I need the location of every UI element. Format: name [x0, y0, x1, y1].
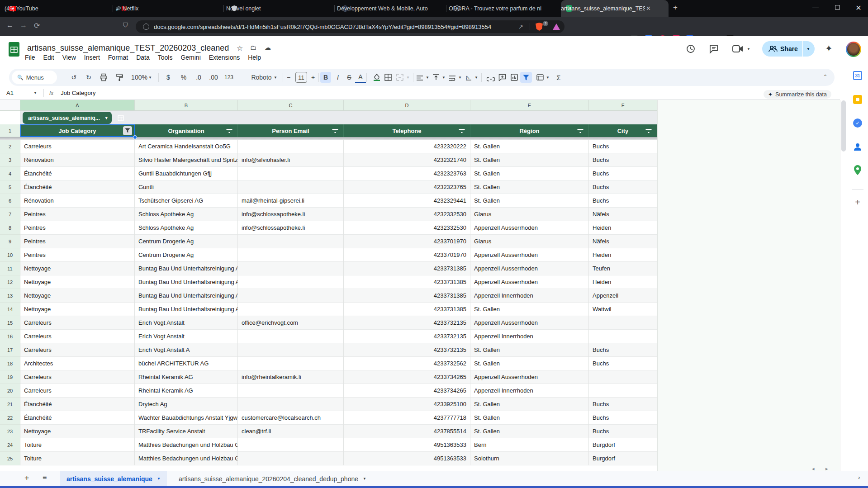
- cell[interactable]: Nettoyage: [20, 262, 135, 275]
- cell[interactable]: Buchs: [589, 343, 657, 357]
- cell[interactable]: [238, 357, 344, 370]
- cell[interactable]: Appenzell Ausserrhoden: [470, 316, 589, 330]
- vertical-scrollbar-thumb[interactable]: [841, 100, 846, 152]
- add-sheet-button[interactable]: +: [24, 474, 29, 483]
- browser-tab[interactable]: ODORA - Trouvez votre parfum de ni: [449, 0, 559, 17]
- cell[interactable]: Solothurn: [470, 452, 589, 465]
- row-number[interactable]: 12: [0, 275, 20, 289]
- merge-caret[interactable]: ▼: [406, 76, 410, 80]
- horizontal-align-caret[interactable]: ▼: [426, 76, 429, 80]
- cell[interactable]: Buchs: [589, 357, 657, 370]
- tasks-icon[interactable]: ✓: [852, 118, 863, 128]
- grid-corner[interactable]: [0, 100, 20, 111]
- cell[interactable]: St. Gallen: [470, 343, 589, 357]
- cell[interactable]: Appenzell Innerrhoden: [470, 384, 589, 398]
- cell[interactable]: Buntag Bau Und Unterhaltsreinigung Ag: [135, 289, 238, 303]
- row-number[interactable]: 15: [0, 316, 20, 330]
- cell[interactable]: Buchs: [589, 167, 657, 180]
- cell[interactable]: Wachter Bauabdichtungs Anstalt Yjgw: [135, 411, 238, 425]
- text-rotation-caret[interactable]: ▼: [474, 76, 478, 80]
- row-number[interactable]: 10: [0, 248, 20, 262]
- cell[interactable]: [589, 370, 657, 384]
- cell[interactable]: Erich Vogt Anstalt: [135, 316, 238, 330]
- column-filter-icon[interactable]: [226, 129, 232, 133]
- menu-help[interactable]: Help: [244, 54, 265, 61]
- window-minimize-button[interactable]: —: [809, 4, 822, 11]
- cell[interactable]: mail@rheintal-gipserei.li: [238, 194, 344, 208]
- brave-vpn-icon[interactable]: [553, 24, 560, 30]
- video-call-caret[interactable]: ▼: [747, 47, 750, 51]
- cell[interactable]: Heiden: [589, 221, 657, 235]
- row-number[interactable]: 19: [0, 370, 20, 384]
- cell[interactable]: Schloss Apotheke Ag: [135, 208, 238, 221]
- cell[interactable]: Rénovation: [20, 194, 135, 208]
- cell[interactable]: Bern: [470, 438, 589, 452]
- zoom-caret[interactable]: ▼: [148, 76, 152, 80]
- hscroll-left-icon[interactable]: ◂: [812, 466, 815, 472]
- cell[interactable]: Appenzell Ausserrhoden: [470, 370, 589, 384]
- menu-extensions[interactable]: Extensions: [205, 54, 244, 61]
- menu-tools[interactable]: Tools: [154, 54, 177, 61]
- row-number-1[interactable]: 1: [0, 124, 20, 137]
- cell[interactable]: Peintres: [20, 248, 135, 262]
- menu-view[interactable]: View: [58, 54, 80, 61]
- cell[interactable]: info@silviohasler.li: [238, 153, 344, 167]
- vertical-align-caret[interactable]: ▼: [442, 76, 446, 80]
- cell[interactable]: Étanchéité: [20, 398, 135, 411]
- menu-file[interactable]: File: [21, 54, 39, 61]
- cell[interactable]: [238, 140, 344, 153]
- cell[interactable]: 4951363533: [344, 438, 470, 452]
- cell[interactable]: Buntag Bau Und Unterhaltsreinigung Ag: [135, 303, 238, 316]
- filter-header-2[interactable]: Organisation: [135, 124, 238, 137]
- row-number[interactable]: 7: [0, 208, 20, 221]
- browser-tab[interactable]: N🔊Netflix: [115, 0, 223, 17]
- cell[interactable]: Centrum Drogerie Ag: [135, 248, 238, 262]
- cell[interactable]: Toiture: [20, 438, 135, 452]
- cell[interactable]: Burgdorf: [589, 452, 657, 465]
- cell[interactable]: Carreleurs: [20, 343, 135, 357]
- cloud-status-icon[interactable]: ☁: [265, 44, 271, 51]
- cell[interactable]: 4233732135: [344, 330, 470, 343]
- cell[interactable]: [589, 330, 657, 343]
- cell[interactable]: Schloss Apotheke Ag: [135, 221, 238, 235]
- add-addon-icon[interactable]: +: [852, 197, 863, 208]
- undo-icon[interactable]: ↺: [68, 69, 79, 86]
- row-number[interactable]: 24: [0, 438, 20, 452]
- cell[interactable]: 4233731385: [344, 289, 470, 303]
- cell[interactable]: St. Gallen: [470, 140, 589, 153]
- sheet-tab-active[interactable]: artisans_suisse_alemanique▼: [60, 471, 167, 486]
- cell[interactable]: Art Ceramica Handelsanstalt Oo5G: [135, 140, 238, 153]
- filter-header-3[interactable]: Person Email: [238, 124, 344, 137]
- active-sheet-caret[interactable]: ▼: [157, 477, 161, 481]
- cell[interactable]: customercare@localsearch.ch: [238, 411, 344, 425]
- bookmark-icon[interactable]: ⛉: [123, 21, 128, 29]
- bold-button[interactable]: B: [320, 72, 331, 83]
- cell[interactable]: Carreleurs: [20, 316, 135, 330]
- text-color-button[interactable]: A: [355, 71, 366, 83]
- filter-header-5[interactable]: Région: [470, 124, 589, 137]
- cell[interactable]: Buchs: [589, 153, 657, 167]
- row-number[interactable]: 21: [0, 398, 20, 411]
- cell[interactable]: Heiden: [589, 248, 657, 262]
- share-caret[interactable]: ▼: [806, 47, 810, 51]
- cell[interactable]: Appenzell Ausserrhoden: [470, 262, 589, 275]
- browser-tab[interactable]: Nouvel onglet: [226, 0, 334, 17]
- row-number[interactable]: 3: [0, 153, 20, 167]
- cell[interactable]: 4232320222: [344, 140, 470, 153]
- summarize-button[interactable]: ✦Summarize this data: [764, 90, 831, 99]
- redo-icon[interactable]: ↻: [83, 69, 94, 86]
- cell[interactable]: TRFacility Service Anstalt: [135, 425, 238, 438]
- forward-button[interactable]: →: [20, 21, 27, 29]
- column-filter-icon[interactable]: [459, 129, 465, 133]
- cell[interactable]: [589, 316, 657, 330]
- cell[interactable]: Buchs: [589, 411, 657, 425]
- cell[interactable]: [238, 438, 344, 452]
- cell[interactable]: 4233731385: [344, 262, 470, 275]
- cell[interactable]: Matthies Bedachungen und Holzbau GmbH: [135, 438, 238, 452]
- calendar-icon[interactable]: 31: [852, 70, 863, 81]
- column-filter-icon[interactable]: [577, 129, 583, 133]
- cell[interactable]: 4233701970: [344, 235, 470, 248]
- cell[interactable]: Buntag Bau Und Unterhaltsreinigung Ag: [135, 262, 238, 275]
- font-select[interactable]: Roboto: [248, 69, 275, 86]
- cell[interactable]: Carreleurs: [20, 370, 135, 384]
